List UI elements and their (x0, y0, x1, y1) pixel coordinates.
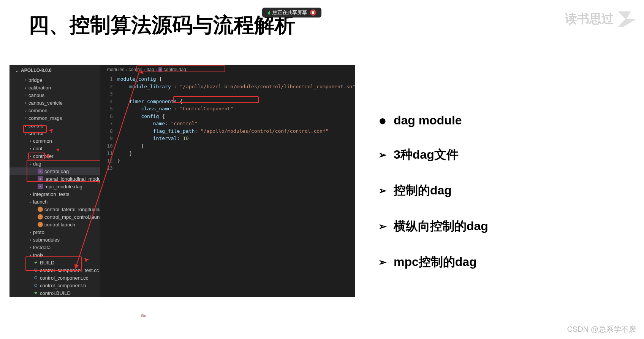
cpp-file-icon: C (33, 267, 38, 273)
tree-item-calibration[interactable]: ›calibration (9, 84, 100, 91)
tree-item-submodules[interactable]: ›submodules (9, 236, 100, 244)
build-file-icon: ❤ (33, 290, 38, 296)
tree-item-control-mpc-control-launch[interactable]: ⭑control_mpc_control.launch (9, 213, 100, 221)
tree-item-bridge[interactable]: ›bridge (9, 76, 100, 84)
tree-item-dag[interactable]: ⌄dag (9, 160, 100, 167)
tree-item-common-msgs[interactable]: ›common_msgs (9, 114, 100, 122)
bullet-text: mpc控制的dag (394, 254, 477, 271)
chevron-icon: › (23, 101, 28, 105)
code-editor[interactable]: modules› control› dag› ≡ control.dag 123… (100, 65, 355, 297)
dag-file-icon: ≡ (38, 176, 43, 181)
launch-file-icon: ⭑ (38, 207, 43, 212)
code-area[interactable]: 12345678910111213 module_config { module… (100, 75, 355, 297)
chevron-icon: ⌄ (28, 200, 33, 204)
tree-item-control-BUILD[interactable]: ❤control.BUILD (9, 289, 100, 297)
tree-item-label: common_msgs (28, 115, 62, 121)
tree-item-label: control_component.h (40, 283, 86, 288)
build-file-icon: ❤ (33, 260, 38, 265)
tree-item-label: submodules (33, 237, 60, 243)
breadcrumb-part[interactable]: control (129, 67, 142, 72)
chevron-icon: › (28, 253, 33, 257)
tree-item-control-launch[interactable]: ⭑control.launch (9, 221, 100, 228)
tree-item-label: canbus_vehicle (28, 100, 63, 106)
dag-file-icon: ≡ (38, 169, 43, 174)
tree-item-integration-tests[interactable]: ›integration_tests (9, 190, 100, 198)
chevron-icon: ⌄ (28, 162, 33, 166)
bullet-marker-icon: ➢ (378, 256, 388, 268)
breadcrumb-part[interactable]: dag (147, 67, 154, 72)
slide-title: 四、控制算法源码与流程解析 (28, 11, 295, 39)
bullet-item: ➢3种dag文件 (378, 146, 488, 163)
chevron-icon: › (28, 230, 33, 234)
breadcrumb-file[interactable]: control.dag (164, 67, 186, 72)
chevron-icon: › (23, 124, 28, 128)
bullet-marker-icon: ➢ (378, 185, 388, 197)
tree-item-testdata[interactable]: ›testdata (9, 244, 100, 251)
tree-item-control-lateral-longitudinal-control-launch[interactable]: ⭑control_lateral_longitudinal_control.la… (9, 205, 100, 213)
chevron-icon: › (23, 116, 28, 120)
tree-item-label: control_lateral_longitudinal_control.lau… (44, 207, 100, 212)
tree-item-label: integration_tests (33, 191, 69, 197)
tree-item-proto[interactable]: ›proto (9, 228, 100, 236)
tree-item-control-component-h[interactable]: Ccontrol_component.h (9, 282, 100, 289)
tree-item-label: lateral_longitudinal_module.dag (44, 176, 100, 182)
tree-item-launch[interactable]: ⌄launch (9, 198, 100, 205)
bullet-item: ➢mpc控制的dag (378, 254, 488, 271)
tree-item-mpc-module-dag[interactable]: ≡mpc_module.dag (9, 183, 100, 190)
explorer-title[interactable]: ⌄ APOLLO-8.0.0 (9, 65, 100, 76)
tree-item-label: canbus (28, 92, 44, 98)
tree-item-canbus[interactable]: ›canbus (9, 91, 100, 99)
bullet-text: 控制的dag (394, 182, 452, 199)
sharing-indicator[interactable]: ııl 您正在共享屏幕 (262, 8, 321, 18)
launch-file-icon: ⭑ (38, 222, 43, 227)
chevron-icon: ⌄ (23, 131, 28, 135)
tree-item-label: common (28, 108, 47, 113)
tree-item-label: contrib (28, 123, 43, 129)
code-text[interactable]: module_config { module_library : "/apoll… (117, 75, 355, 297)
bullet-item: ●dag module (378, 113, 488, 127)
chevron-icon: › (23, 78, 28, 82)
tree-item-canbus-vehicle[interactable]: ›canbus_vehicle (9, 99, 100, 107)
tree-item-label: tools (33, 252, 43, 258)
tree-item-tools[interactable]: ›tools (9, 251, 100, 259)
tree-item-label: dag (33, 161, 41, 167)
chevron-icon: › (28, 139, 33, 143)
tree-item-lateral-longitudinal-module-dag[interactable]: ≡lateral_longitudinal_module.dag (9, 175, 100, 183)
tree-item-label: control.BUILD (40, 290, 71, 296)
tree-item-label: control_mpc_control.launch (44, 214, 100, 220)
tree-item-common[interactable]: ›common (9, 107, 100, 114)
tree-item-label: conf (33, 146, 43, 151)
tree-item-label: BUILD (40, 260, 54, 266)
tree-item-contrib[interactable]: ›contrib (9, 122, 100, 129)
sharing-text: 您正在共享屏幕 (272, 9, 307, 16)
bullet-item: ➢横纵向控制的dag (378, 218, 488, 235)
chevron-icon: › (28, 146, 33, 151)
tree-item-label: control (28, 131, 43, 136)
cpp-file-icon: C (33, 275, 38, 280)
chevron-down-icon: ⌄ (14, 68, 19, 73)
dag-file-icon: ≡ (158, 67, 162, 72)
tree-item-control[interactable]: ⌄control (9, 129, 100, 137)
line-gutter: 12345678910111213 (100, 75, 117, 297)
tree-item-control-component-cc[interactable]: Ccontrol_component.cc (9, 274, 100, 282)
stop-sharing-icon[interactable] (310, 10, 316, 16)
tree-item-label: bridge (28, 77, 42, 83)
tree-item-control-dag[interactable]: ≡control.dag (9, 167, 100, 175)
breadcrumb-part[interactable]: modules (107, 67, 124, 72)
tree-item-label: controller (33, 153, 53, 159)
vscode-window: ⌄ APOLLO-8.0.0 ›bridge›calibration›canbu… (9, 65, 355, 297)
file-explorer[interactable]: ⌄ APOLLO-8.0.0 ›bridge›calibration›canbu… (9, 65, 100, 297)
tree-item-label: control_component_test.cc (40, 267, 99, 273)
chevron-icon: › (23, 86, 28, 90)
chevron-icon: › (28, 238, 33, 242)
tree-item-controller[interactable]: ›controller (9, 152, 100, 160)
breadcrumb[interactable]: modules› control› dag› ≡ control.dag (100, 65, 355, 75)
tree-item-control-component-test-cc[interactable]: Ccontrol_component_test.cc (9, 266, 100, 274)
watermark-bottom-right: CSDN @总系学不废 (567, 324, 636, 334)
tree-item-BUILD[interactable]: ❤BUILD (9, 259, 100, 266)
signal-icon: ııl (267, 10, 269, 16)
launch-file-icon: ⭑ (38, 214, 43, 220)
tree-item-conf[interactable]: ›conf (9, 145, 100, 152)
logo-icon (618, 11, 636, 27)
tree-item-common[interactable]: ›common (9, 137, 100, 145)
